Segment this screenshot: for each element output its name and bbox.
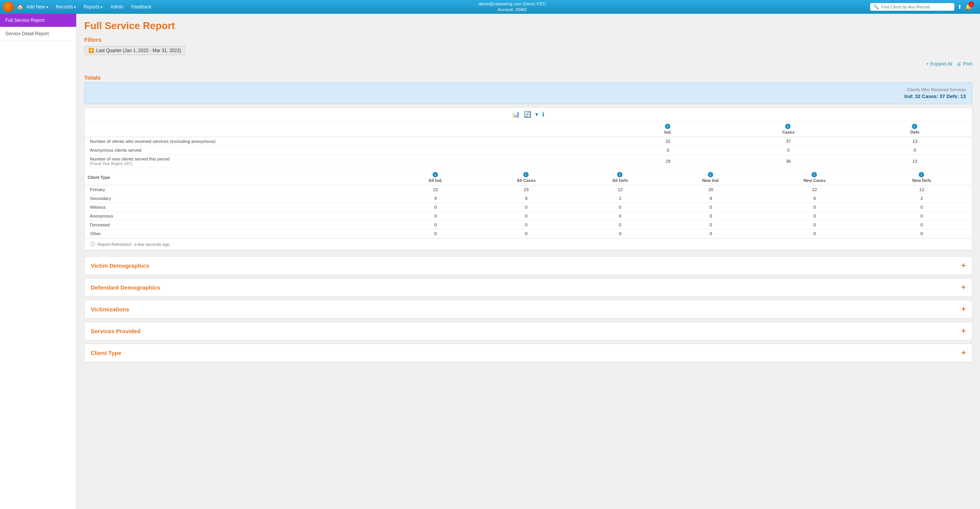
home-icon[interactable]: 🏠 — [17, 4, 23, 10]
all-ind-info-icon[interactable]: i — [433, 172, 438, 177]
row-cases: 37 — [719, 137, 858, 146]
victim-demographics-section[interactable]: Victim Demographics + — [84, 256, 972, 275]
refresh-icon[interactable]: 🔄 — [524, 111, 531, 118]
client-type-section[interactable]: Client Type + — [84, 344, 972, 362]
row-cases: 36 — [719, 155, 858, 168]
tooltip-data: Ind: 32 Cases: 37 Defs: 13 — [91, 93, 966, 99]
plus-icon: + — [926, 61, 929, 67]
row-ind: 29 — [617, 155, 719, 168]
row-defs: 13 — [858, 155, 972, 168]
col-all-cases: All Cases — [517, 178, 536, 183]
filter-date-label: Last Quarter (Jan 1, 2022 - Mar 31, 2022… — [96, 48, 181, 53]
defendant-demographics-section[interactable]: Defendant Demographics + — [84, 278, 972, 297]
all-defs-info-icon[interactable]: i — [617, 172, 622, 177]
victimizations-title: Victimizations — [91, 306, 129, 313]
row-cases: 0 — [719, 146, 858, 155]
row-all-defs: 0 — [577, 229, 664, 238]
print-button[interactable]: 🖨 Print — [957, 61, 972, 67]
row-label: Number of clients who received services … — [85, 137, 617, 146]
row-label: Secondary — [85, 194, 395, 203]
row-new-cases: 9 — [758, 194, 872, 203]
topbar-center: demo@vstracking.com (Demo VST) Account: … — [154, 1, 870, 13]
filter-icon: 🔽 — [88, 48, 94, 53]
table-row: Secondary 9 9 2 8 9 2 — [85, 194, 972, 203]
table-row: Number of new clients served this period… — [85, 155, 972, 168]
row-all-cases: 9 — [476, 194, 577, 203]
row-all-ind: 0 — [395, 203, 476, 212]
info-icon[interactable]: ℹ — [542, 111, 544, 118]
topbar: 🏠 Add New ▾ Records ▾ Reports ▾ Admin Fe… — [0, 0, 980, 14]
row-new-cases: 0 — [758, 221, 872, 229]
services-provided-title: Services Provided — [91, 328, 140, 334]
nav-admin[interactable]: Admin — [107, 3, 126, 11]
client-type-table: Client Type i All Ind. i All Cases — [85, 170, 972, 238]
col-cases: Cases — [782, 130, 794, 134]
row-label: Anonymous clients served — [85, 146, 617, 155]
new-ind-info-icon[interactable]: i — [708, 172, 713, 177]
col-new-ind: New Ind. — [702, 178, 719, 183]
expand-icon[interactable]: ▾ — [535, 111, 538, 118]
row-new-defs: 0 — [871, 203, 972, 212]
row-all-defs: 0 — [577, 203, 664, 212]
share-icon[interactable]: ⬆ — [957, 4, 962, 10]
nav-add-new[interactable]: Add New ▾ — [23, 3, 51, 11]
row-all-ind: 9 — [395, 194, 476, 203]
content-area: Full Service Report Filters 🔽 Last Quart… — [77, 14, 980, 509]
row-label: Anonymous — [85, 212, 395, 221]
services-provided-section[interactable]: Services Provided + — [84, 322, 972, 340]
chevron-down-icon: ▾ — [74, 5, 76, 9]
find-client-input[interactable] — [881, 5, 951, 9]
nav-feedback[interactable]: Feedback — [128, 3, 154, 11]
refresh-text: Report Refreshed · a few seconds ago — [98, 242, 170, 247]
row-new-ind: 0 — [664, 203, 758, 212]
nav-records[interactable]: Records ▾ — [53, 3, 79, 11]
sidebar-item-full-service-report[interactable]: Full Service Report — [0, 14, 76, 27]
sidebar-item-service-detail-report[interactable]: Service Detail Report — [0, 27, 76, 41]
expand-icon: + — [961, 261, 966, 270]
app-logo[interactable] — [3, 2, 14, 12]
chart-toolbar: 📊 🔄 ▾ ℹ — [85, 108, 972, 121]
totals-header: Totals — [84, 71, 972, 82]
row-defs: 0 — [858, 146, 972, 155]
find-client-box[interactable]: 🔍 — [870, 3, 954, 11]
row-all-defs: 12 — [577, 185, 664, 194]
row-all-ind: 0 — [395, 221, 476, 229]
row-new-defs: 0 — [871, 221, 972, 229]
row-new-ind: 0 — [664, 221, 758, 229]
expand-icon: + — [961, 327, 966, 336]
tooltip-title: Clients Who Received Services — [91, 87, 966, 92]
row-label: Witness — [85, 203, 395, 212]
row-all-cases: 23 — [476, 185, 577, 194]
new-cases-info-icon[interactable]: i — [812, 172, 817, 177]
col-new-defs: New Defs — [912, 178, 931, 183]
defs-info-icon[interactable]: i — [912, 124, 917, 129]
row-label: Other — [85, 229, 395, 238]
notification-count: 1 — [969, 2, 974, 7]
row-new-cases: 0 — [758, 203, 872, 212]
cases-info-icon[interactable]: i — [785, 124, 791, 129]
col-all-ind: All Ind. — [428, 178, 443, 183]
print-icon: 🖨 — [957, 61, 961, 67]
col-new-cases: New Cases — [804, 178, 826, 183]
expand-all-button[interactable]: + Expand All — [926, 61, 952, 67]
row-all-ind: 22 — [395, 185, 476, 194]
row-all-cases: 0 — [476, 221, 577, 229]
sidebar: Full Service Report Service Detail Repor… — [0, 14, 77, 509]
row-ind: 0 — [617, 146, 719, 155]
row-all-cases: 0 — [476, 212, 577, 221]
table-row: Anonymous clients served 0 0 0 — [85, 146, 972, 155]
victimizations-section[interactable]: Victimizations + — [84, 300, 972, 319]
table-row: Deceased 0 0 0 0 0 0 — [85, 221, 972, 229]
main-layout: Full Service Report Service Detail Repor… — [0, 14, 980, 509]
nav-reports[interactable]: Reports ▾ — [80, 3, 106, 11]
victim-demographics-title: Victim Demographics — [91, 262, 149, 269]
totals-report-section: 📊 🔄 ▾ ℹ i Ind. — [84, 107, 972, 250]
new-defs-info-icon[interactable]: i — [919, 172, 924, 177]
chart-icon[interactable]: 📊 — [512, 111, 520, 118]
filter-badge[interactable]: 🔽 Last Quarter (Jan 1, 2022 - Mar 31, 20… — [84, 46, 185, 55]
all-cases-info-icon[interactable]: i — [523, 172, 529, 177]
filters-label: Filters — [84, 36, 972, 43]
search-icon: 🔍 — [873, 4, 879, 10]
row-label: Deceased — [85, 221, 395, 229]
ind-info-icon[interactable]: i — [665, 124, 670, 129]
